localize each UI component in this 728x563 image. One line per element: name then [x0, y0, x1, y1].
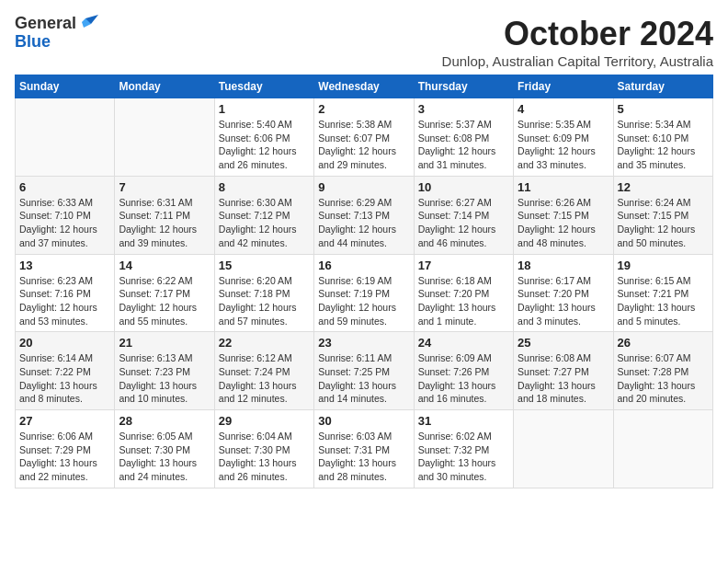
- day-number: 26: [618, 336, 709, 350]
- day-number: 24: [418, 336, 509, 350]
- calendar-body: 1Sunrise: 5:40 AM Sunset: 6:06 PM Daylig…: [16, 98, 713, 488]
- calendar-cell: 1Sunrise: 5:40 AM Sunset: 6:06 PM Daylig…: [214, 98, 313, 177]
- day-info: Sunrise: 5:34 AM Sunset: 6:10 PM Dayligh…: [618, 118, 709, 172]
- calendar-cell: 6Sunrise: 6:33 AM Sunset: 7:10 PM Daylig…: [16, 176, 115, 254]
- logo: General Blue: [15, 15, 98, 52]
- calendar-cell: 23Sunrise: 6:11 AM Sunset: 7:25 PM Dayli…: [314, 332, 414, 410]
- day-info: Sunrise: 6:11 AM Sunset: 7:25 PM Dayligh…: [318, 351, 409, 406]
- header-cell-friday: Friday: [514, 75, 613, 98]
- day-number: 12: [618, 180, 709, 194]
- calendar-cell: 25Sunrise: 6:08 AM Sunset: 7:27 PM Dayli…: [514, 332, 613, 410]
- calendar-table: SundayMondayTuesdayWednesdayThursdayFrid…: [15, 75, 713, 488]
- logo-general-text: General: [15, 15, 76, 33]
- day-number: 31: [418, 414, 509, 428]
- day-info: Sunrise: 6:08 AM Sunset: 7:27 PM Dayligh…: [518, 351, 609, 406]
- day-number: 17: [418, 259, 509, 272]
- day-info: Sunrise: 6:04 AM Sunset: 7:30 PM Dayligh…: [219, 430, 310, 484]
- calendar-cell: 28Sunrise: 6:05 AM Sunset: 7:30 PM Dayli…: [115, 410, 214, 488]
- header-cell-wednesday: Wednesday: [314, 75, 414, 98]
- day-number: 2: [318, 102, 409, 116]
- day-info: Sunrise: 6:22 AM Sunset: 7:17 PM Dayligh…: [119, 274, 210, 328]
- day-info: Sunrise: 6:17 AM Sunset: 7:20 PM Dayligh…: [518, 274, 609, 328]
- calendar-week-1: 6Sunrise: 6:33 AM Sunset: 7:10 PM Daylig…: [16, 176, 713, 254]
- calendar-cell: 5Sunrise: 5:34 AM Sunset: 6:10 PM Daylig…: [613, 98, 712, 177]
- title-block: October 2024 Dunlop, Australian Capital …: [442, 15, 713, 69]
- calendar-cell: 10Sunrise: 6:27 AM Sunset: 7:14 PM Dayli…: [414, 176, 513, 254]
- day-info: Sunrise: 5:38 AM Sunset: 6:07 PM Dayligh…: [318, 118, 409, 172]
- day-info: Sunrise: 6:12 AM Sunset: 7:24 PM Dayligh…: [219, 351, 310, 406]
- calendar-cell: 8Sunrise: 6:30 AM Sunset: 7:12 PM Daylig…: [214, 176, 313, 254]
- logo-bird-icon: [78, 15, 98, 33]
- day-info: Sunrise: 6:05 AM Sunset: 7:30 PM Dayligh…: [119, 430, 210, 484]
- day-number: 1: [219, 102, 310, 116]
- day-number: 7: [119, 180, 210, 194]
- calendar-cell: [16, 98, 115, 177]
- calendar-week-2: 13Sunrise: 6:23 AM Sunset: 7:16 PM Dayli…: [16, 254, 713, 332]
- day-number: 27: [19, 414, 110, 428]
- day-number: 3: [418, 102, 509, 116]
- day-number: 15: [219, 259, 310, 272]
- calendar-cell: 11Sunrise: 6:26 AM Sunset: 7:15 PM Dayli…: [514, 176, 613, 254]
- day-info: Sunrise: 5:40 AM Sunset: 6:06 PM Dayligh…: [219, 118, 310, 172]
- header-row: SundayMondayTuesdayWednesdayThursdayFrid…: [16, 75, 713, 98]
- day-info: Sunrise: 6:13 AM Sunset: 7:23 PM Dayligh…: [119, 351, 210, 406]
- day-number: 25: [518, 336, 609, 350]
- calendar-cell: 22Sunrise: 6:12 AM Sunset: 7:24 PM Dayli…: [214, 332, 313, 410]
- calendar-cell: 27Sunrise: 6:06 AM Sunset: 7:29 PM Dayli…: [16, 410, 115, 488]
- calendar-cell: 15Sunrise: 6:20 AM Sunset: 7:18 PM Dayli…: [214, 254, 313, 332]
- day-number: 21: [119, 336, 210, 350]
- day-info: Sunrise: 6:07 AM Sunset: 7:28 PM Dayligh…: [618, 351, 709, 406]
- day-info: Sunrise: 6:23 AM Sunset: 7:16 PM Dayligh…: [19, 274, 110, 328]
- header-cell-sunday: Sunday: [16, 75, 115, 98]
- calendar-cell: 21Sunrise: 6:13 AM Sunset: 7:23 PM Dayli…: [115, 332, 214, 410]
- day-info: Sunrise: 6:27 AM Sunset: 7:14 PM Dayligh…: [418, 196, 509, 250]
- day-number: 5: [618, 102, 709, 116]
- day-info: Sunrise: 6:19 AM Sunset: 7:19 PM Dayligh…: [318, 274, 409, 328]
- calendar-week-3: 20Sunrise: 6:14 AM Sunset: 7:22 PM Dayli…: [16, 332, 713, 410]
- calendar-header: SundayMondayTuesdayWednesdayThursdayFrid…: [16, 75, 713, 98]
- page-header: General Blue October 2024 Dunlop, Austra…: [15, 15, 713, 69]
- day-number: 20: [19, 336, 110, 350]
- calendar-cell: 7Sunrise: 6:31 AM Sunset: 7:11 PM Daylig…: [115, 176, 214, 254]
- day-number: 10: [418, 180, 509, 194]
- day-info: Sunrise: 6:14 AM Sunset: 7:22 PM Dayligh…: [19, 351, 110, 406]
- calendar-cell: 13Sunrise: 6:23 AM Sunset: 7:16 PM Dayli…: [16, 254, 115, 332]
- calendar-week-4: 27Sunrise: 6:06 AM Sunset: 7:29 PM Dayli…: [16, 410, 713, 488]
- day-number: 23: [318, 336, 409, 350]
- day-number: 28: [119, 414, 210, 428]
- day-info: Sunrise: 6:06 AM Sunset: 7:29 PM Dayligh…: [19, 430, 110, 484]
- month-title: October 2024: [442, 15, 713, 53]
- calendar-cell: 19Sunrise: 6:15 AM Sunset: 7:21 PM Dayli…: [613, 254, 712, 332]
- day-info: Sunrise: 6:18 AM Sunset: 7:20 PM Dayligh…: [418, 274, 509, 328]
- day-info: Sunrise: 6:24 AM Sunset: 7:15 PM Dayligh…: [618, 196, 709, 250]
- calendar-cell: 4Sunrise: 5:35 AM Sunset: 6:09 PM Daylig…: [514, 98, 613, 177]
- day-info: Sunrise: 6:20 AM Sunset: 7:18 PM Dayligh…: [219, 274, 310, 328]
- calendar-cell: 16Sunrise: 6:19 AM Sunset: 7:19 PM Dayli…: [314, 254, 414, 332]
- calendar-cell: 29Sunrise: 6:04 AM Sunset: 7:30 PM Dayli…: [214, 410, 313, 488]
- day-number: 29: [219, 414, 310, 428]
- calendar-cell: [613, 410, 712, 488]
- calendar-cell: 12Sunrise: 6:24 AM Sunset: 7:15 PM Dayli…: [613, 176, 712, 254]
- calendar-cell: 3Sunrise: 5:37 AM Sunset: 6:08 PM Daylig…: [414, 98, 513, 177]
- header-cell-monday: Monday: [115, 75, 214, 98]
- day-info: Sunrise: 6:31 AM Sunset: 7:11 PM Dayligh…: [119, 196, 210, 250]
- day-info: Sunrise: 6:26 AM Sunset: 7:15 PM Dayligh…: [518, 196, 609, 250]
- calendar-cell: [514, 410, 613, 488]
- header-cell-saturday: Saturday: [613, 75, 712, 98]
- calendar-cell: 20Sunrise: 6:14 AM Sunset: 7:22 PM Dayli…: [16, 332, 115, 410]
- calendar-cell: 2Sunrise: 5:38 AM Sunset: 6:07 PM Daylig…: [314, 98, 414, 177]
- header-cell-thursday: Thursday: [414, 75, 513, 98]
- day-number: 18: [518, 259, 609, 272]
- calendar-cell: 14Sunrise: 6:22 AM Sunset: 7:17 PM Dayli…: [115, 254, 214, 332]
- calendar-cell: 30Sunrise: 6:03 AM Sunset: 7:31 PM Dayli…: [314, 410, 414, 488]
- logo-blue-text: Blue: [15, 33, 51, 52]
- day-info: Sunrise: 5:37 AM Sunset: 6:08 PM Dayligh…: [418, 118, 509, 172]
- day-number: 22: [219, 336, 310, 350]
- calendar-cell: [115, 98, 214, 177]
- day-number: 8: [219, 180, 310, 194]
- location-title: Dunlop, Australian Capital Territory, Au…: [442, 53, 713, 69]
- calendar-cell: 9Sunrise: 6:29 AM Sunset: 7:13 PM Daylig…: [314, 176, 414, 254]
- day-info: Sunrise: 6:09 AM Sunset: 7:26 PM Dayligh…: [418, 351, 509, 406]
- day-number: 9: [318, 180, 409, 194]
- calendar-cell: 26Sunrise: 6:07 AM Sunset: 7:28 PM Dayli…: [613, 332, 712, 410]
